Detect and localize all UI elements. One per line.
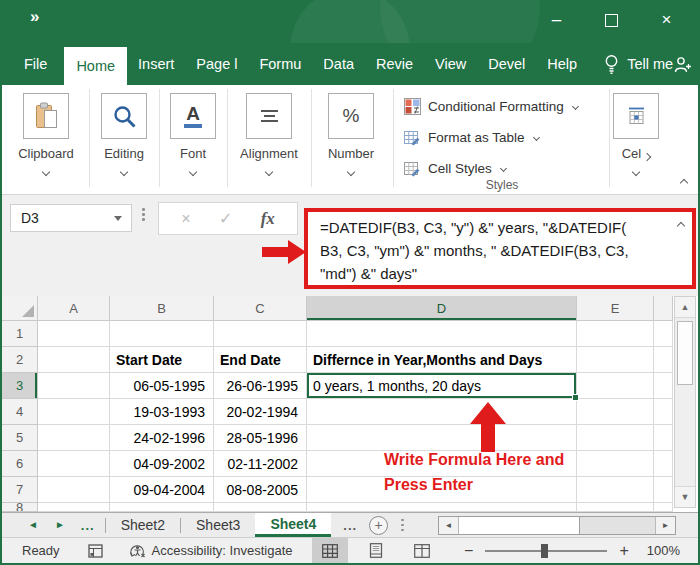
cell-c4[interactable]: 20-02-1994 xyxy=(214,399,307,425)
tab-file[interactable]: File xyxy=(7,43,64,85)
horizontal-scrollbar-thumb[interactable] xyxy=(459,517,580,534)
share-button[interactable]: Share xyxy=(673,43,700,85)
quick-access-toolbar-icon[interactable]: » xyxy=(30,7,37,27)
select-all-corner[interactable] xyxy=(2,296,38,321)
tab-help[interactable]: Help xyxy=(536,43,588,85)
cell-f8[interactable] xyxy=(654,503,673,512)
tab-view[interactable]: View xyxy=(424,43,477,85)
collapse-formula-bar-icon[interactable] xyxy=(677,222,685,230)
cell-e7[interactable] xyxy=(577,477,654,503)
tell-me-button[interactable]: Tell me xyxy=(604,43,673,85)
horizontal-scrollbar[interactable]: ◄ ► xyxy=(438,516,676,535)
editing-button[interactable] xyxy=(101,93,147,139)
cell-d4[interactable] xyxy=(307,399,577,425)
row-header-3[interactable]: 3 xyxy=(2,373,38,399)
fill-handle[interactable] xyxy=(572,394,579,401)
sheet-tab-sheet2[interactable]: Sheet2 xyxy=(106,513,180,537)
cell-a6[interactable] xyxy=(38,451,110,477)
close-button[interactable]: × xyxy=(639,4,694,36)
row-header-6[interactable]: 6 xyxy=(2,451,38,477)
tab-home[interactable]: Home xyxy=(64,47,127,85)
cell-b5[interactable]: 24-02-1996 xyxy=(110,425,214,451)
row-header-8[interactable]: 8 xyxy=(2,503,38,512)
zoom-out-button[interactable]: − xyxy=(460,542,477,560)
tab-data[interactable]: Data xyxy=(312,43,365,85)
zoom-level[interactable]: 100% xyxy=(647,543,680,558)
cell-a5[interactable] xyxy=(38,425,110,451)
macro-record-icon[interactable] xyxy=(88,544,103,558)
scroll-left-icon[interactable]: ◄ xyxy=(439,517,459,534)
clipboard-button[interactable] xyxy=(23,93,69,139)
column-header-b[interactable]: B xyxy=(110,296,214,321)
cell-e2[interactable] xyxy=(577,347,654,373)
cell-b8[interactable] xyxy=(110,503,214,512)
column-header-partial[interactable] xyxy=(654,296,673,321)
chevron-down-icon[interactable] xyxy=(347,168,355,176)
accessibility-status[interactable]: Accessibility: Investigate xyxy=(129,543,293,559)
column-header-d[interactable]: D xyxy=(307,296,577,321)
cell-c7[interactable]: 08-08-2005 xyxy=(214,477,307,503)
cell-a7[interactable] xyxy=(38,477,110,503)
cell-styles-button[interactable]: Cell Styles xyxy=(404,157,506,179)
maximize-button[interactable] xyxy=(584,4,639,36)
cell-e3[interactable] xyxy=(577,373,654,399)
chevron-down-icon[interactable] xyxy=(632,168,640,176)
cell-a3[interactable] xyxy=(38,373,110,399)
name-box-dropdown-icon[interactable] xyxy=(114,216,122,225)
cell-b1[interactable] xyxy=(110,321,214,347)
scroll-down-icon[interactable]: ▼ xyxy=(675,486,695,507)
cell-b7[interactable]: 09-04-2004 xyxy=(110,477,214,503)
row-header-4[interactable]: 4 xyxy=(2,399,38,425)
more-sheets-right[interactable]: ... xyxy=(343,518,357,533)
enter-icon[interactable]: ✓ xyxy=(219,209,232,228)
chevron-down-icon[interactable] xyxy=(120,168,128,176)
insert-function-icon[interactable]: fx xyxy=(261,209,275,229)
column-header-c[interactable]: C xyxy=(214,296,307,321)
row-header-7[interactable]: 7 xyxy=(2,477,38,503)
zoom-slider-handle[interactable] xyxy=(541,544,548,558)
page-layout-view-button[interactable] xyxy=(358,538,394,563)
row-header-5[interactable]: 5 xyxy=(2,425,38,451)
conditional-formatting-button[interactable]: Conditional Formatting xyxy=(404,95,578,117)
cell-e4[interactable] xyxy=(577,399,654,425)
cell-a1[interactable] xyxy=(38,321,110,347)
minimize-button[interactable]: – xyxy=(529,4,584,36)
cells-button[interactable] xyxy=(613,93,659,139)
vertical-scrollbar[interactable]: ▲ ▼ xyxy=(674,296,696,508)
chevron-down-icon[interactable] xyxy=(42,168,50,176)
cell-c3[interactable]: 26-06-1995 xyxy=(214,373,307,399)
scroll-up-icon[interactable]: ▲ xyxy=(675,297,695,318)
alignment-button[interactable] xyxy=(246,93,292,139)
cell-d1[interactable] xyxy=(307,321,577,347)
row-header-2[interactable]: 2 xyxy=(2,347,38,373)
zoom-slider[interactable] xyxy=(485,550,607,552)
column-header-e[interactable]: E xyxy=(577,296,654,321)
cell-b2[interactable]: Start Date xyxy=(110,347,214,373)
cell-e8[interactable] xyxy=(577,503,654,512)
cell-b3[interactable]: 06-05-1995 xyxy=(110,373,214,399)
sheet-tab-sheet4-active[interactable]: Sheet4 xyxy=(255,513,331,537)
previous-sheet-icon[interactable]: ◄ xyxy=(28,520,38,530)
cell-c1[interactable] xyxy=(214,321,307,347)
column-header-a[interactable]: A xyxy=(38,296,110,321)
scroll-right-icon[interactable]: ► xyxy=(655,517,675,534)
tab-formulas[interactable]: Formu xyxy=(248,43,312,85)
cell-e5[interactable] xyxy=(577,425,654,451)
cancel-icon[interactable]: × xyxy=(181,210,190,228)
chevron-down-icon[interactable] xyxy=(189,168,197,176)
add-sheet-button[interactable]: + xyxy=(369,516,388,535)
number-button[interactable]: % xyxy=(328,93,374,139)
more-sheets-left[interactable]: ... xyxy=(81,518,95,533)
vertical-scrollbar-thumb[interactable] xyxy=(677,321,693,385)
cell-f2[interactable] xyxy=(654,347,673,373)
name-box[interactable]: D3 xyxy=(10,204,132,232)
cell-f7[interactable] xyxy=(654,477,673,503)
row-header-1[interactable]: 1 xyxy=(2,321,38,347)
cell-b4[interactable]: 19-03-1993 xyxy=(110,399,214,425)
cell-f4[interactable] xyxy=(654,399,673,425)
zoom-in-button[interactable]: + xyxy=(615,542,632,560)
format-as-table-button[interactable]: Format as Table xyxy=(404,126,539,148)
cell-c8[interactable] xyxy=(214,503,307,512)
cell-f6[interactable] xyxy=(654,451,673,477)
cell-a8[interactable] xyxy=(38,503,110,512)
